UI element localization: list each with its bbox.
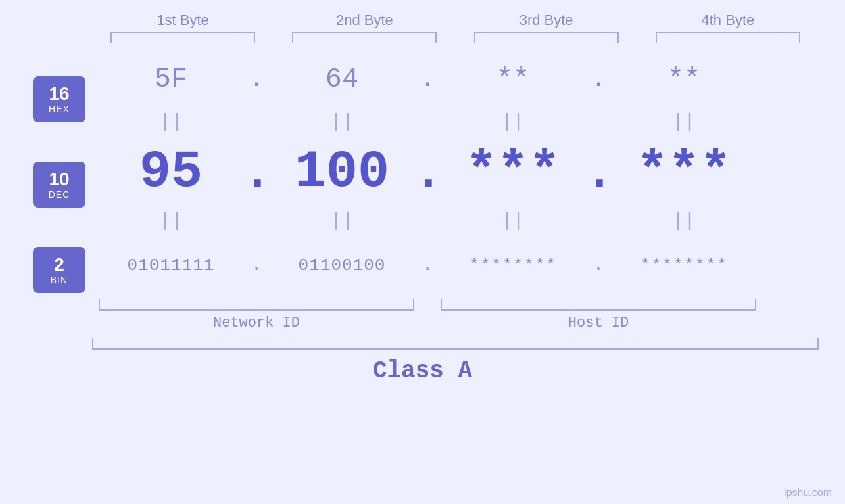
bracket-top-byte2 xyxy=(292,32,437,43)
network-id-label: Network ID xyxy=(99,315,414,331)
class-row: Class A xyxy=(0,357,845,384)
host-id-label: Host ID xyxy=(441,315,756,331)
bracket-top-byte1 xyxy=(110,32,255,43)
sep2-byte3: || xyxy=(501,210,525,232)
hex-byte4: ** xyxy=(612,64,756,95)
dec-dot1: . xyxy=(243,156,270,202)
badge-dec-label: DEC xyxy=(49,189,70,200)
big-bracket xyxy=(92,338,819,350)
sep-row-2: || || || || xyxy=(99,208,845,234)
sep1-byte3: || xyxy=(501,111,525,133)
byte1-header: 1st Byte xyxy=(110,12,255,29)
bin-byte1: 01011111 xyxy=(99,256,243,275)
hex-byte3: ** xyxy=(441,64,585,95)
dec-dot3: . xyxy=(585,156,612,202)
id-labels-row: Network ID Host ID xyxy=(99,315,845,331)
byte-headers-row: 1st Byte 2nd Byte 3rd Byte 4th Byte xyxy=(0,12,845,29)
byte3-header: 3rd Byte xyxy=(474,12,619,29)
sep2-byte2: || xyxy=(330,210,354,232)
hex-dot3: . xyxy=(585,66,612,93)
badge-bin: 2 BIN xyxy=(33,247,85,293)
sep1-byte1: || xyxy=(159,111,183,133)
dec-byte1: 95 xyxy=(99,142,243,202)
bin-byte3: ******** xyxy=(441,256,585,275)
bin-byte4: ******** xyxy=(612,256,756,275)
byte4-header: 4th Byte xyxy=(656,12,800,29)
hex-row: 5F . 64 . ** . xyxy=(99,50,845,109)
bracket-top-byte4 xyxy=(656,32,800,43)
bracket-top-byte3 xyxy=(474,32,619,43)
badge-hex-label: HEX xyxy=(49,104,70,114)
sep2-byte1: || xyxy=(159,210,183,232)
dec-byte3: *** xyxy=(441,142,585,202)
class-label: Class A xyxy=(373,357,472,384)
bin-byte2: 01100100 xyxy=(270,256,414,275)
bin-dot3: . xyxy=(585,256,612,275)
bin-dot2: . xyxy=(414,256,441,275)
badge-hex: 16 HEX xyxy=(33,76,85,122)
top-brackets xyxy=(0,32,845,43)
hex-byte1: 5F xyxy=(99,64,243,95)
bin-dot1: . xyxy=(243,256,270,275)
data-area: 5F . 64 . ** . xyxy=(99,50,845,331)
badge-dec: 10 DEC xyxy=(33,162,85,208)
bottom-brackets-row xyxy=(99,299,845,311)
byte2-header: 2nd Byte xyxy=(292,12,437,29)
badges-column: 16 HEX 10 DEC 2 BIN xyxy=(20,76,99,293)
dec-row: 95 . 100 . *** . xyxy=(99,135,845,208)
host-bracket xyxy=(441,299,756,311)
hex-dot1: . xyxy=(243,66,270,93)
sep1-byte2: || xyxy=(330,111,354,133)
hex-dot2: . xyxy=(414,66,441,93)
dec-dot2: . xyxy=(414,156,441,202)
watermark: ipshu.com xyxy=(784,487,832,499)
hex-byte2: 64 xyxy=(270,64,414,95)
badge-bin-label: BIN xyxy=(51,275,68,285)
badge-bin-num: 2 xyxy=(54,255,64,275)
main-container: 1st Byte 2nd Byte 3rd Byte 4th Byte 16 H… xyxy=(0,0,845,504)
big-bracket-row xyxy=(0,338,845,350)
dec-byte2: 100 xyxy=(270,142,414,202)
badge-dec-num: 10 xyxy=(49,170,69,190)
sep2-byte4: || xyxy=(672,210,696,232)
badge-hex-num: 16 xyxy=(49,84,69,104)
network-bracket xyxy=(99,299,414,311)
dec-byte4: *** xyxy=(612,142,756,202)
bin-row: 01011111 . 01100100 . ******** xyxy=(99,234,845,296)
sep1-byte4: || xyxy=(672,111,696,133)
sep-row-1: || || || || xyxy=(99,109,845,135)
